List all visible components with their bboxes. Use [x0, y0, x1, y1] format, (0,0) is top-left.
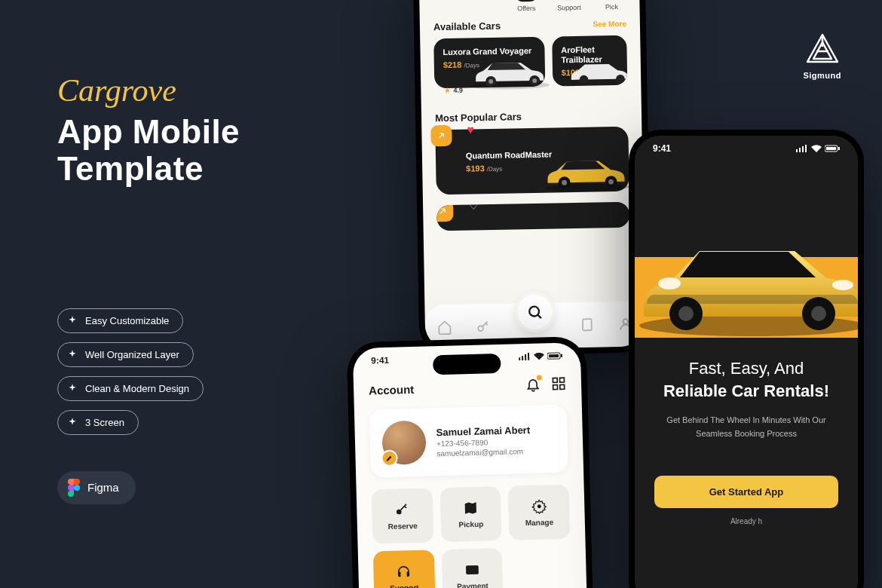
headphones-icon	[397, 564, 412, 580]
tool-label: Figma	[87, 481, 119, 494]
svg-rect-31	[796, 149, 798, 152]
svg-rect-25	[560, 378, 565, 382]
headphones-icon	[557, 0, 580, 1]
svg-rect-24	[553, 378, 557, 382]
feature-pill: Easy Customizable	[57, 308, 183, 333]
svg-rect-30	[466, 565, 479, 574]
svg-rect-18	[522, 356, 523, 360]
svg-point-0	[74, 485, 80, 491]
logo-text: Sigmund	[803, 71, 841, 80]
svg-rect-19	[525, 354, 526, 360]
svg-rect-36	[826, 147, 836, 150]
arrow-icon[interactable]	[430, 125, 452, 146]
figma-icon	[68, 479, 80, 497]
category-item[interactable]: Offers	[515, 0, 538, 12]
signal-icon	[519, 353, 531, 360]
svg-point-40	[678, 306, 694, 321]
svg-rect-26	[553, 385, 558, 390]
tile-reserve[interactable]: Reserve	[372, 488, 434, 544]
car-rating: 4.9	[443, 87, 463, 94]
onboarding-sub: Get Behind The Wheel In Minutes With Our…	[654, 414, 838, 440]
dynamic-island	[433, 354, 501, 375]
tile-manage[interactable]: Manage	[508, 485, 571, 541]
category-item[interactable]: Rent	[481, 0, 496, 13]
svg-rect-22	[549, 354, 559, 357]
car-card[interactable]: AroFleet Trailblazer $108 /Days 4.5	[552, 35, 627, 87]
phone-browse: Location Rent Offers Support Pick Availa…	[412, 0, 651, 357]
logo: Sigmund	[803, 33, 841, 80]
bell-icon[interactable]	[525, 377, 541, 396]
section-title: Most Popular Cars	[435, 112, 522, 124]
wifi-icon	[811, 145, 822, 152]
battery-icon	[825, 145, 840, 152]
car-illustration	[537, 149, 635, 193]
status-icons	[796, 143, 840, 154]
sparkle-icon	[67, 315, 78, 326]
section-title: Available Cars	[433, 20, 501, 33]
see-more-link[interactable]: See More	[593, 20, 626, 29]
car-illustration	[562, 54, 628, 87]
search-button[interactable]	[514, 292, 556, 333]
heart-icon[interactable]: ♥	[467, 124, 474, 137]
hero-title: App MobileTemplate	[57, 113, 329, 188]
tile-pickup[interactable]: Pickup	[439, 486, 502, 542]
sparkle-icon	[67, 349, 78, 360]
profile-phone: +123-456-7890	[436, 436, 531, 447]
tile-support[interactable]: Support	[373, 550, 436, 588]
profile-name: Samuel Zamai Abert	[436, 424, 530, 437]
svg-rect-23	[561, 354, 562, 357]
key-icon	[394, 502, 410, 518]
phone-account: 9:41 Account	[347, 336, 596, 588]
gear-icon	[531, 498, 547, 514]
status-time: 9:41	[371, 355, 389, 366]
home-icon[interactable]	[437, 320, 452, 335]
svg-rect-15	[582, 319, 591, 330]
already-text: Already h	[635, 517, 858, 525]
hero-image	[635, 136, 858, 338]
svg-point-14	[529, 307, 539, 317]
category-item[interactable]: Pick	[600, 0, 623, 11]
tile-payment[interactable]: Payment	[441, 548, 504, 588]
svg-point-13	[479, 326, 484, 331]
sparkle-icon	[67, 417, 78, 427]
brand-name: Cargrove	[57, 72, 329, 109]
feature-pill: Well Organized Layer	[57, 342, 194, 367]
svg-rect-33	[802, 146, 804, 152]
svg-point-42	[811, 306, 826, 321]
logo-mark	[804, 33, 841, 65]
phone-onboarding: 9:41	[629, 130, 864, 588]
key-icon[interactable]	[476, 319, 491, 334]
category-item[interactable]: Support	[556, 0, 580, 11]
profile-card[interactable]: Samuel Zamai Abert +123-456-7890 samuelz…	[369, 405, 568, 478]
feature-pill: 3 Screen	[57, 410, 139, 435]
signal-icon	[796, 145, 808, 152]
bookmark-icon[interactable]	[579, 317, 594, 332]
category-row: Location Rent Offers Support Pick	[433, 0, 626, 14]
feature-pill: Clean & Modern Design	[57, 376, 204, 401]
feature-list: Easy Customizable Well Organized Layer C…	[57, 308, 329, 444]
tool-pill: Figma	[57, 471, 136, 504]
svg-point-43	[658, 277, 681, 289]
onboarding-headline: Fast, Easy, AndReliable Car Rentals!	[654, 357, 838, 402]
svg-point-8	[545, 183, 629, 192]
battery-icon	[547, 352, 562, 360]
sparkle-icon	[67, 383, 78, 394]
car-card[interactable]: Luxora Grand Voyager $218 /Days 4.9	[433, 37, 545, 89]
popular-card[interactable]: ♥ Quantum RoadMaster $193 /Days	[435, 127, 629, 194]
category-item[interactable]: Location	[436, 0, 462, 14]
popular-card[interactable]: ♡	[436, 202, 630, 231]
edit-icon[interactable]	[381, 450, 398, 467]
svg-point-28	[397, 509, 402, 514]
get-started-button[interactable]: Get Started App	[654, 476, 838, 508]
svg-rect-32	[799, 148, 801, 152]
grid-icon[interactable]	[551, 376, 567, 392]
wifi-icon	[534, 352, 544, 360]
svg-point-29	[537, 504, 541, 508]
map-icon	[463, 500, 479, 516]
tag-icon	[515, 0, 538, 2]
svg-rect-27	[560, 384, 565, 389]
avatar	[381, 421, 426, 465]
svg-rect-34	[805, 145, 807, 152]
status-time: 9:41	[653, 143, 671, 154]
svg-rect-17	[519, 357, 520, 360]
